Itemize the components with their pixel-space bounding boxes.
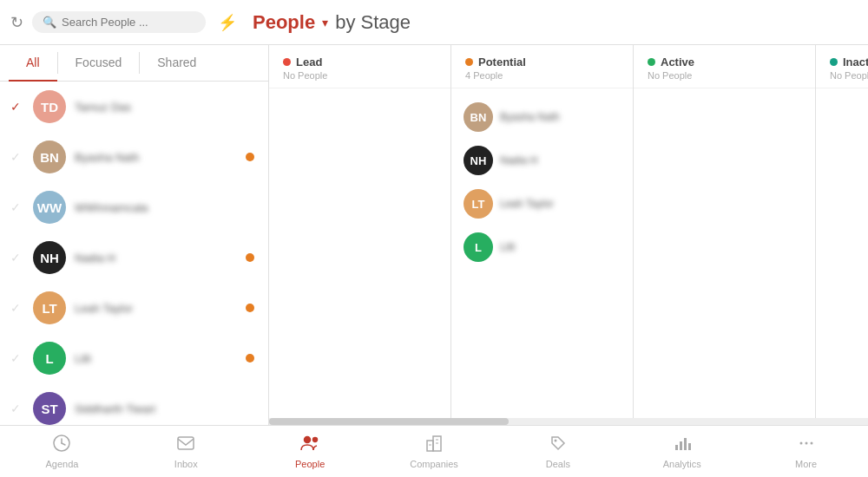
horizontal-scrollbar[interactable] — [269, 418, 868, 425]
check-icon[interactable]: ✓ — [10, 251, 24, 265]
search-input[interactable] — [62, 16, 183, 29]
person-info: Siddharth Tiwari — [75, 402, 258, 415]
avatar: NH — [464, 146, 493, 175]
column-header: Potential4 People — [451, 45, 633, 88]
kanban-person-name: Lilli — [500, 241, 515, 253]
svg-point-16 — [799, 442, 802, 445]
people-list: ✓TDTamuz Das✓BNByasha Nath✓WWWWInnamcala… — [0, 82, 268, 425]
nav-label: Analytics — [663, 459, 701, 469]
column-body — [634, 88, 815, 418]
stage-name: Lead — [296, 56, 322, 69]
column-body — [269, 88, 450, 418]
kanban-person-item[interactable]: LLilli — [458, 225, 626, 269]
check-icon[interactable]: ✓ — [10, 351, 24, 365]
person-name: Nadia H — [75, 252, 258, 265]
kanban-scroll[interactable]: LeadNo PeoplePotential4 PeopleBNByasha N… — [269, 45, 868, 418]
svg-rect-13 — [680, 441, 682, 450]
kanban-column: LeadNo People — [269, 45, 451, 418]
svg-rect-6 — [427, 441, 433, 451]
column-header: LeadNo People — [269, 45, 450, 88]
column-count: No People — [648, 70, 801, 81]
stage-dot-header — [830, 58, 838, 66]
column-count: No People — [283, 70, 437, 81]
person-info: Leah Taylor — [75, 302, 258, 315]
kanban-person-item[interactable]: NHNadia H — [458, 139, 626, 182]
stage-name: Active — [661, 56, 694, 69]
avatar: TD — [33, 90, 66, 123]
stage-label: Inactive — [830, 56, 868, 69]
svg-point-11 — [554, 440, 556, 442]
stage-label: Lead — [283, 56, 437, 69]
dropdown-arrow-icon[interactable]: ▾ — [322, 16, 328, 29]
column-count: 4 People — [465, 70, 619, 81]
svg-point-18 — [810, 442, 812, 445]
check-icon[interactable]: ✓ — [10, 100, 24, 114]
list-item[interactable]: ✓STSiddharth Tiwari — [0, 383, 268, 425]
nav-item-deals[interactable]: Deals — [496, 430, 620, 473]
avatar: BN — [464, 102, 493, 132]
svg-rect-14 — [684, 438, 687, 450]
kanban-column: InactiveNo People — [816, 45, 868, 418]
nav-item-companies[interactable]: Companies — [372, 430, 496, 473]
avatar: LT — [33, 291, 66, 324]
stage-name: Inactive — [843, 56, 868, 69]
stage-indicator-dot — [246, 304, 254, 312]
scrollbar-thumb[interactable] — [269, 418, 509, 425]
stage-indicator-dot — [246, 253, 254, 262]
person-name: Lilli — [75, 352, 258, 365]
kanban-person-item[interactable]: BNByasha Nath — [458, 95, 626, 139]
page-title-area: People ▾ by Stage — [253, 11, 411, 34]
nav-label: Inbox — [174, 459, 198, 469]
nav-label: People — [295, 459, 325, 469]
svg-rect-15 — [688, 443, 691, 450]
person-name: Leah Taylor — [75, 302, 258, 315]
kanban-person-item[interactable]: LTLeah Taylor — [458, 182, 626, 225]
list-item[interactable]: ✓WWWWInnamcala — [0, 182, 268, 232]
deals-icon — [549, 434, 568, 457]
bottom-nav: Agenda Inbox People Companies Deals Anal… — [0, 425, 868, 477]
list-item[interactable]: ✓BNByasha Nath — [0, 132, 268, 182]
inbox-icon — [176, 434, 195, 457]
analytics-icon — [673, 434, 692, 457]
person-info: Byasha Nath — [75, 151, 258, 164]
stage-indicator-dot — [246, 354, 254, 363]
svg-rect-3 — [178, 437, 194, 449]
column-body: BNByasha NathNHNadia HLTLeah TaylorLLill… — [451, 88, 633, 418]
nav-item-agenda[interactable]: Agenda — [0, 430, 124, 473]
list-item[interactable]: ✓NHNadia H — [0, 232, 268, 283]
kanban-person-name: Nadia H — [500, 154, 537, 167]
kanban-person-name: Leah Taylor — [500, 198, 554, 210]
list-item[interactable]: ✓LLilli — [0, 333, 268, 383]
check-icon[interactable]: ✓ — [10, 150, 24, 164]
nav-item-people[interactable]: People — [248, 430, 372, 473]
nav-item-analytics[interactable]: Analytics — [620, 430, 744, 473]
filter-icon[interactable]: ⚡ — [218, 13, 237, 32]
list-item[interactable]: ✓LTLeah Taylor — [0, 283, 268, 333]
tab-shared[interactable]: Shared — [140, 45, 214, 82]
kanban-column: Potential4 PeopleBNByasha NathNHNadia HL… — [451, 45, 634, 418]
companies-icon — [424, 434, 444, 457]
left-panel: All Focused Shared ✓TDTamuz Das✓BNByasha… — [0, 45, 269, 425]
refresh-icon[interactable]: ↻ — [10, 13, 23, 32]
column-body — [816, 88, 868, 418]
check-icon[interactable]: ✓ — [10, 200, 24, 214]
person-info: Lilli — [75, 352, 258, 365]
column-count: No People — [830, 70, 868, 81]
svg-rect-12 — [675, 445, 678, 450]
nav-item-more[interactable]: More — [744, 430, 868, 473]
main-content: All Focused Shared ✓TDTamuz Das✓BNByasha… — [0, 45, 868, 425]
avatar: L — [464, 232, 493, 262]
person-name: WWInnamcala — [75, 201, 258, 214]
list-item[interactable]: ✓TDTamuz Das — [0, 82, 268, 132]
tab-focused[interactable]: Focused — [58, 45, 140, 82]
person-info: WWInnamcala — [75, 201, 258, 214]
avatar: L — [33, 342, 66, 375]
avatar: BN — [33, 140, 66, 173]
tab-all[interactable]: All — [9, 45, 57, 82]
kanban-panel: LeadNo PeoplePotential4 PeopleBNByasha N… — [269, 45, 868, 425]
stage-dot-header — [648, 58, 655, 66]
check-icon[interactable]: ✓ — [10, 301, 24, 315]
nav-item-inbox[interactable]: Inbox — [124, 430, 248, 473]
check-icon[interactable]: ✓ — [10, 402, 24, 415]
search-icon: 🔍 — [43, 16, 56, 29]
